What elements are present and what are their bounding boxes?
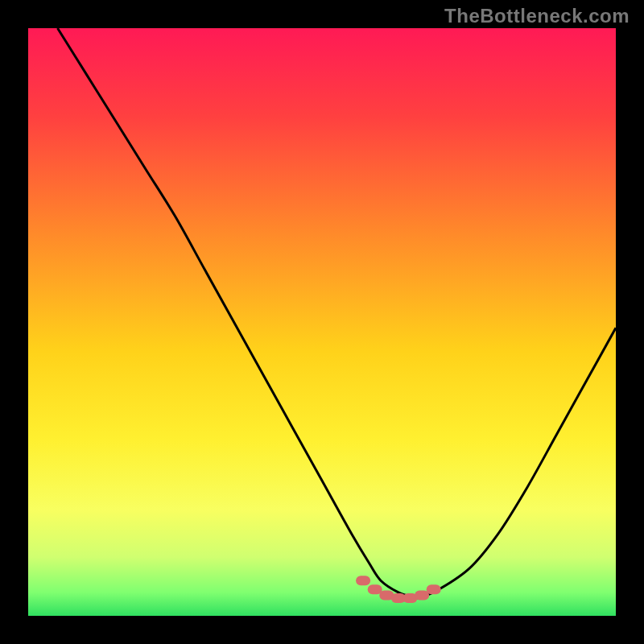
marker-dot — [356, 576, 370, 585]
marker-dot — [368, 584, 382, 594]
marker-dot — [415, 590, 429, 600]
bottleneck-chart — [0, 0, 644, 644]
watermark-label: TheBottleneck.com — [444, 5, 630, 27]
marker-dot — [427, 584, 441, 594]
gradient-background — [28, 28, 616, 616]
